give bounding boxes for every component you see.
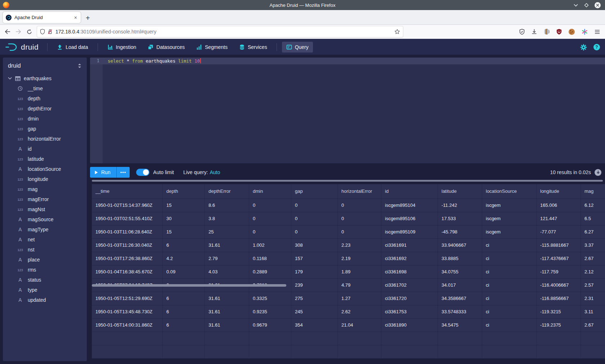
cell[interactable]: [92, 345, 163, 359]
cell[interactable]: 34.017: [438, 279, 482, 292]
cell[interactable]: [92, 332, 163, 345]
sidebar-column-net[interactable]: Anet: [3, 235, 87, 245]
cell[interactable]: 0: [249, 226, 291, 239]
insecure-lock-icon[interactable]: [48, 29, 53, 35]
back-button[interactable]: [2, 27, 13, 37]
cell[interactable]: 33.9406667: [438, 239, 482, 252]
sidebar-column-mag[interactable]: 123mag: [3, 184, 87, 194]
cell[interactable]: 2.23: [338, 239, 381, 252]
nav-load-data[interactable]: Load data: [53, 42, 92, 53]
sidebar-column-magType[interactable]: AmagType: [3, 224, 87, 235]
nav-segments[interactable]: Segments: [192, 42, 232, 53]
sql-query-text[interactable]: select * from earthquakes limit 10: [108, 58, 201, 64]
cell[interactable]: ci: [482, 239, 537, 252]
cell[interactable]: 34.3586667: [438, 292, 482, 305]
cell[interactable]: ci: [482, 279, 537, 292]
cell[interactable]: [381, 345, 438, 359]
nav-datasources[interactable]: Datasources: [143, 42, 189, 53]
menu-hamburger-icon[interactable]: [595, 29, 600, 34]
cell[interactable]: 1950-01-03T17:26:38.860Z: [92, 252, 163, 265]
shield-check-icon[interactable]: [519, 29, 525, 35]
sidebar-column-magError[interactable]: 123magError: [3, 194, 87, 204]
cell[interactable]: 2.67: [581, 252, 605, 265]
column-header[interactable]: gap: [291, 184, 338, 199]
help-icon[interactable]: ?: [593, 44, 600, 50]
sidebar-column-depth[interactable]: 123depth: [3, 94, 87, 104]
cell[interactable]: [291, 332, 338, 345]
ublock-origin-icon[interactable]: [556, 29, 562, 35]
cell[interactable]: iscgem895104: [381, 199, 438, 212]
tracking-protection-shield-icon[interactable]: [40, 29, 45, 35]
cell[interactable]: 2.67: [581, 319, 605, 332]
cell[interactable]: 0.9679: [249, 319, 291, 332]
sidebar-column-__time[interactable]: __time: [3, 83, 87, 94]
druid-brand[interactable]: druid: [5, 42, 39, 52]
cell[interactable]: 21.04: [338, 319, 381, 332]
cell[interactable]: 1.89: [338, 265, 381, 279]
column-header[interactable]: horizontalError: [338, 184, 381, 199]
cell[interactable]: 6.12: [581, 199, 605, 212]
cell[interactable]: 239: [291, 279, 338, 292]
cell[interactable]: 0.2889: [249, 265, 291, 279]
cell[interactable]: 1950-01-02T15:14:37.960Z: [92, 199, 163, 212]
cell[interactable]: 2.62: [338, 305, 381, 319]
reload-button[interactable]: [24, 27, 35, 37]
cell[interactable]: 0.3325: [249, 292, 291, 305]
sidebar-column-nst[interactable]: 123nst: [3, 245, 87, 255]
cell[interactable]: ci3361692: [381, 252, 438, 265]
cell[interactable]: [438, 332, 482, 345]
cell[interactable]: [205, 345, 249, 359]
cell[interactable]: 33.5748333: [438, 305, 482, 319]
live-query-value[interactable]: Auto: [210, 169, 220, 175]
cell[interactable]: 1.002: [249, 239, 291, 252]
cell[interactable]: 157: [291, 252, 338, 265]
browser-tab[interactable]: Apache Druid ×: [3, 12, 81, 23]
cell[interactable]: [205, 332, 249, 345]
column-header[interactable]: depth: [163, 184, 205, 199]
window-close-icon[interactable]: [595, 2, 601, 8]
cell[interactable]: ci: [482, 252, 537, 265]
column-header[interactable]: latitude: [438, 184, 482, 199]
cell[interactable]: 0: [291, 226, 338, 239]
cell[interactable]: [482, 332, 537, 345]
cell[interactable]: 0: [338, 226, 381, 239]
column-header[interactable]: longitude: [537, 184, 581, 199]
sql-editor[interactable]: 1 select * from earthquakes limit 10: [90, 58, 605, 163]
container-extension-icon[interactable]: [544, 29, 550, 35]
cell[interactable]: -119.3215: [537, 305, 581, 319]
cell[interactable]: 245: [291, 305, 338, 319]
cell[interactable]: 3.8: [205, 212, 249, 226]
cell[interactable]: 4.03: [205, 265, 249, 279]
settings-gear-icon[interactable]: [580, 44, 587, 51]
colorful-asterisk-extension-icon[interactable]: [582, 29, 588, 35]
sidebar-column-place[interactable]: Aplace: [3, 255, 87, 265]
sidebar-table-earthquakes[interactable]: earthquakes: [3, 73, 87, 83]
new-tab-button[interactable]: +: [86, 14, 90, 22]
cell[interactable]: 165.006: [537, 199, 581, 212]
sidebar-column-rms[interactable]: 123rms: [3, 265, 87, 275]
cell[interactable]: 0.9235: [249, 305, 291, 319]
cell[interactable]: 15: [163, 226, 205, 239]
cell[interactable]: ci3361702: [381, 279, 438, 292]
cell[interactable]: 6.5: [581, 212, 605, 226]
cell[interactable]: ci3361691: [381, 239, 438, 252]
column-header[interactable]: __time: [92, 184, 163, 199]
sidebar-column-updated[interactable]: Aupdated: [3, 295, 87, 305]
cell[interactable]: 0: [338, 199, 381, 212]
cell[interactable]: 33.8885: [438, 252, 482, 265]
run-button[interactable]: Run: [90, 167, 116, 178]
cell[interactable]: 30: [163, 212, 205, 226]
cell[interactable]: 2.12: [581, 265, 605, 279]
cell[interactable]: 1950-01-05T12:51:29.690Z: [92, 292, 163, 305]
cell[interactable]: [163, 332, 205, 345]
cell[interactable]: 1950-01-03T11:26:30.040Z: [92, 239, 163, 252]
cell[interactable]: iscgem895106: [381, 212, 438, 226]
cell[interactable]: 6.27: [581, 226, 605, 239]
sidebar-column-gap[interactable]: 123gap: [3, 124, 87, 134]
download-icon[interactable]: [532, 29, 537, 35]
cell[interactable]: iscgem: [482, 226, 537, 239]
cell[interactable]: [537, 345, 581, 359]
cell[interactable]: 8.6: [205, 199, 249, 212]
window-maximize-icon[interactable]: [584, 3, 589, 8]
sidebar-column-dmin[interactable]: 123dmin: [3, 114, 87, 124]
